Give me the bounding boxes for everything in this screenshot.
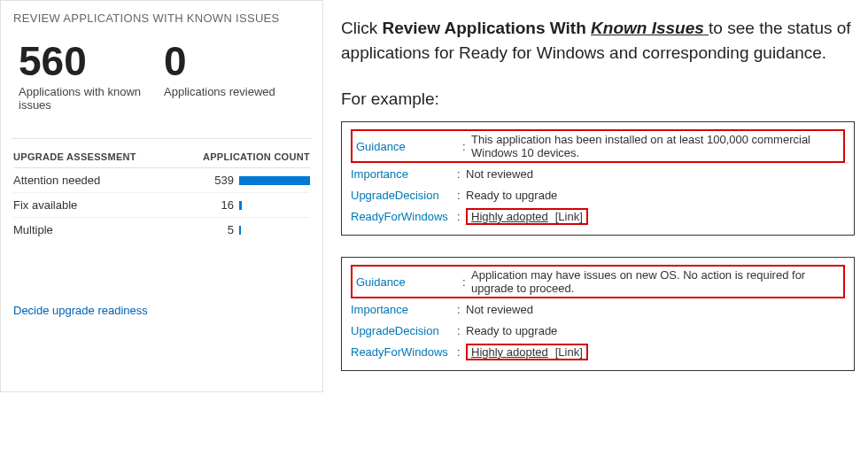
guidance-key: Guidance <box>356 275 462 289</box>
row-bar <box>239 201 310 210</box>
stat-number: 560 <box>19 41 143 81</box>
stats-row: 560 Applications with known issues 0 App… <box>1 34 322 133</box>
table-row[interactable]: Multiple 5 <box>13 218 310 242</box>
table-header: UPGRADE ASSESSMENT APPLICATION COUNT <box>13 151 310 168</box>
row-label: Fix available <box>13 198 207 212</box>
stat-known-issues: 560 Applications with known issues <box>19 41 143 112</box>
example-label: For example: <box>341 89 868 109</box>
importance-key: Importance <box>351 167 457 181</box>
ready-val[interactable]: Highly adopted <box>471 210 548 223</box>
guidance-row-highlighted: Guidance : This application has been ins… <box>351 129 845 163</box>
row-label: Attention needed <box>13 174 207 187</box>
table-row[interactable]: Attention needed 539 <box>13 168 310 193</box>
upgrade-key: UpgradeDecision <box>351 189 457 202</box>
upgrade-decision-row: UpgradeDecision : Ready to upgrade <box>351 320 845 341</box>
panel-title: REVIEW APPLICATIONS WITH KNOWN ISSUES <box>1 1 322 34</box>
upgrade-val: Ready to upgrade <box>466 324 557 337</box>
review-applications-panel: REVIEW APPLICATIONS WITH KNOWN ISSUES 56… <box>0 0 323 392</box>
divider <box>12 138 312 139</box>
sep: : <box>457 210 466 223</box>
row-count: 16 <box>207 198 234 212</box>
row-count: 539 <box>207 174 234 187</box>
importance-val: Not reviewed <box>466 303 533 316</box>
link-text[interactable]: [Link] <box>555 345 583 359</box>
assessment-table: UPGRADE ASSESSMENT APPLICATION COUNT Att… <box>1 144 322 242</box>
table-row[interactable]: Fix available 16 <box>13 193 310 218</box>
row-label: Multiple <box>13 223 207 236</box>
stat-reviewed: 0 Applications reviewed <box>164 41 275 112</box>
instruction-panel: Click Review Applications With Known Iss… <box>341 0 868 392</box>
ready-key: ReadyForWindows <box>351 345 457 359</box>
stat-number: 0 <box>164 41 275 81</box>
upgrade-decision-row: UpgradeDecision : Ready to upgrade <box>351 184 845 205</box>
col-count: APPLICATION COUNT <box>203 151 310 162</box>
guidance-val: This application has been installed on a… <box>471 133 840 159</box>
upgrade-val: Ready to upgrade <box>466 189 557 202</box>
ready-value-highlighted: Highly adopted [Link] <box>466 344 588 360</box>
sep: : <box>457 189 466 202</box>
col-assessment: UPGRADE ASSESSMENT <box>13 151 203 162</box>
ready-for-windows-row: ReadyForWindows : Highly adopted [Link] <box>351 341 845 363</box>
link-text[interactable]: [Link] <box>555 210 583 223</box>
importance-key: Importance <box>351 303 457 316</box>
sep: : <box>457 303 466 316</box>
sep: : <box>462 275 471 289</box>
example-box-2: Guidance : Application may have issues o… <box>341 257 855 371</box>
ready-value-highlighted: Highly adopted [Link] <box>466 208 588 225</box>
importance-row: Importance : Not reviewed <box>351 298 845 320</box>
instruction-text: Click Review Applications With Known Iss… <box>341 16 868 65</box>
sep: : <box>457 345 466 359</box>
example-box-1: Guidance : This application has been ins… <box>341 121 855 236</box>
stat-label: Applications with known issues <box>19 85 143 112</box>
sep: : <box>457 324 466 337</box>
row-bar <box>239 226 310 235</box>
ready-for-windows-row: ReadyForWindows : Highly adopted [Link] <box>351 205 845 228</box>
sep: : <box>457 167 466 181</box>
sep: : <box>462 140 471 153</box>
stat-label: Applications reviewed <box>164 85 275 98</box>
ready-key: ReadyForWindows <box>351 210 457 223</box>
row-bar <box>239 176 310 185</box>
guidance-key: Guidance <box>356 140 462 153</box>
row-count: 5 <box>207 223 234 236</box>
guidance-val: Application may have issues on new OS. N… <box>471 268 840 295</box>
importance-row: Importance : Not reviewed <box>351 163 845 184</box>
guidance-row-highlighted: Guidance : Application may have issues o… <box>351 265 845 298</box>
ready-val[interactable]: Highly adopted <box>471 345 548 359</box>
upgrade-key: UpgradeDecision <box>351 324 457 337</box>
decide-upgrade-readiness-link[interactable]: Decide upgrade readiness <box>1 242 322 329</box>
importance-val: Not reviewed <box>466 167 533 181</box>
